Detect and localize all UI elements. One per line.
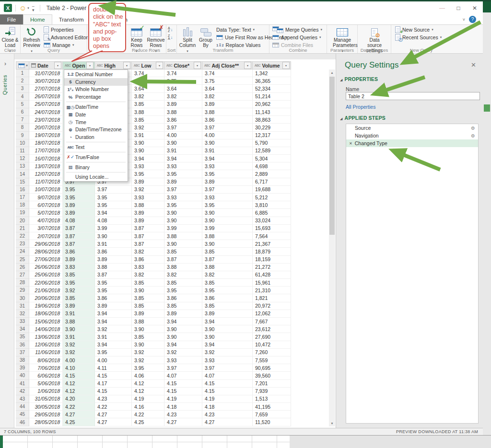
row-number[interactable]: 18: [16, 201, 29, 209]
step-settings-gear-icon[interactable]: ⚙: [471, 126, 475, 131]
cell-adj-close[interactable]: 3.82: [202, 93, 253, 101]
cell-adj-close[interactable]: 3.95: [202, 287, 253, 294]
cell-adj-close[interactable]: 3.87: [202, 256, 253, 264]
cell-volume[interactable]: 30,229: [253, 124, 291, 131]
cell-adj-close[interactable]: 4.27: [202, 418, 253, 426]
column-filter-icon[interactable]: ▾: [282, 62, 290, 69]
help-icon[interactable]: ?: [469, 16, 476, 23]
collapse-ribbon-icon[interactable]: ˅: [463, 17, 465, 22]
cell-date[interactable]: 22/06/2018: [29, 279, 63, 287]
cell-adj-close[interactable]: 3.99: [202, 225, 253, 232]
column-header-low[interactable]: ABCLow▾: [132, 61, 164, 69]
cell-high[interactable]: 3.88: [95, 264, 132, 271]
query-name-input[interactable]: [346, 92, 480, 100]
cell-close[interactable]: 3.97: [164, 124, 202, 131]
cell-date[interactable]: 28/05/2018: [29, 418, 63, 426]
cell-volume[interactable]: 15,961: [253, 279, 291, 287]
cell-low[interactable]: 3.92: [132, 356, 164, 364]
cell-volume[interactable]: 12,317: [253, 132, 291, 139]
scroll-down-icon[interactable]: ▼: [329, 420, 335, 426]
cell-close[interactable]: 4.18: [164, 403, 202, 411]
cell-adj-close[interactable]: 3.93: [202, 162, 253, 170]
cell-date[interactable]: 26/06/2018: [29, 264, 63, 271]
cell-date[interactable]: 13/06/2018: [29, 333, 63, 341]
cell-volume[interactable]: 15,693: [253, 225, 291, 232]
cell-volume[interactable]: 5,212: [253, 194, 291, 201]
cell-close[interactable]: 3.75: [164, 77, 202, 85]
cell-low[interactable]: 3.86: [132, 256, 164, 264]
cell-volume[interactable]: 5,304: [253, 155, 291, 162]
cell-close[interactable]: 3.90: [164, 139, 202, 147]
menu-item-using-locale[interactable]: Using Locale...: [64, 173, 128, 181]
cell-high[interactable]: 4.22: [95, 403, 132, 411]
menu-item-binary[interactable]: ▤Binary: [64, 163, 128, 171]
cell-adj-close[interactable]: 3.90: [202, 209, 253, 217]
row-number[interactable]: 12: [16, 155, 29, 162]
cell-open[interactable]: 4.10: [63, 364, 95, 372]
cell-date[interactable]: 17/07/2018: [29, 147, 63, 155]
cell-adj-close[interactable]: 3.93: [202, 194, 253, 201]
cell-date[interactable]: 11/07/2018: [29, 178, 63, 186]
cell-close[interactable]: 3.91: [164, 147, 202, 155]
column-filter-icon[interactable]: ▾: [194, 62, 201, 69]
row-number[interactable]: 39: [16, 364, 29, 372]
cell-date[interactable]: 11/06/2018: [29, 349, 63, 356]
cell-close[interactable]: 3.89: [164, 101, 202, 108]
cell-volume[interactable]: 1,342: [253, 69, 291, 77]
cell-date[interactable]: 4/07/2018: [29, 217, 63, 225]
cell-adj-close[interactable]: 3.97: [202, 186, 253, 194]
cell-close[interactable]: 3.90: [164, 240, 202, 248]
menu-item-percentage[interactable]: %Percentage: [64, 93, 128, 101]
cell-low[interactable]: 3.89: [132, 209, 164, 217]
column-filter-icon[interactable]: ▾: [54, 62, 61, 69]
cell-close[interactable]: 3.90: [164, 209, 202, 217]
cell-adj-close[interactable]: 4.15: [202, 380, 253, 388]
cell-low[interactable]: 3.92: [132, 124, 164, 131]
cell-adj-close[interactable]: 4.15: [202, 388, 253, 395]
cell-volume[interactable]: 20,972: [253, 302, 291, 310]
minimize-button[interactable]: —: [434, 1, 450, 14]
cell-volume[interactable]: 52,334: [253, 85, 291, 92]
cell-open[interactable]: 3.87: [63, 232, 95, 240]
applied-step-changed-type[interactable]: ✕Changed Type: [346, 139, 478, 147]
cell-low[interactable]: 3.82: [132, 93, 164, 101]
cell-date[interactable]: 7/06/2018: [29, 364, 63, 372]
cell-adj-close[interactable]: 3.74: [202, 69, 253, 77]
cell-volume[interactable]: 18,879: [253, 248, 291, 255]
cell-low[interactable]: 3.93: [132, 162, 164, 170]
maximize-button[interactable]: □: [450, 1, 467, 14]
cell-volume[interactable]: 7,659: [253, 411, 291, 418]
cell-volume[interactable]: 6,885: [253, 209, 291, 217]
cell-close[interactable]: 4.00: [164, 132, 202, 139]
group-by-button[interactable]: Group By: [196, 26, 215, 48]
menu-item-date[interactable]: ▦Date: [64, 111, 128, 118]
row-number[interactable]: 15: [16, 178, 29, 186]
cell-date[interactable]: 18/07/2018: [29, 139, 63, 147]
cell-close[interactable]: 3.90: [164, 333, 202, 341]
cell-date[interactable]: 29/06/2018: [29, 240, 63, 248]
cell-volume[interactable]: 20,962: [253, 101, 291, 108]
cell-high[interactable]: 3.89: [95, 256, 132, 264]
row-number[interactable]: 44: [16, 403, 29, 411]
cell-volume[interactable]: 36,365: [253, 77, 291, 85]
cell-volume[interactable]: 11,520: [253, 418, 291, 426]
query-settings-close-icon[interactable]: ✕: [471, 61, 476, 69]
cell-high[interactable]: 4.15: [95, 388, 132, 395]
cell-volume[interactable]: 33,024: [253, 217, 291, 225]
row-number[interactable]: 34: [16, 325, 29, 333]
row-number[interactable]: 26: [16, 264, 29, 271]
cell-low[interactable]: 3.85: [132, 333, 164, 341]
cell-open[interactable]: 3.86: [63, 248, 95, 255]
cell-high[interactable]: 3.94: [95, 310, 132, 318]
cell-adj-close[interactable]: 3.90: [202, 333, 253, 341]
scrollbar-thumb[interactable]: [329, 77, 335, 235]
row-number[interactable]: 19: [16, 209, 29, 217]
column-header-close[interactable]: ABCClose*▾: [164, 61, 202, 69]
menu-item-time[interactable]: ◷Time: [64, 118, 128, 126]
all-properties-link[interactable]: All Properties: [346, 104, 375, 110]
cell-close[interactable]: 3.89: [164, 310, 202, 318]
cell-close[interactable]: 3.88: [164, 232, 202, 240]
cell-date[interactable]: 18/06/2018: [29, 310, 63, 318]
close-button[interactable]: ✕: [467, 1, 483, 14]
cell-open[interactable]: 4.15: [63, 372, 95, 379]
